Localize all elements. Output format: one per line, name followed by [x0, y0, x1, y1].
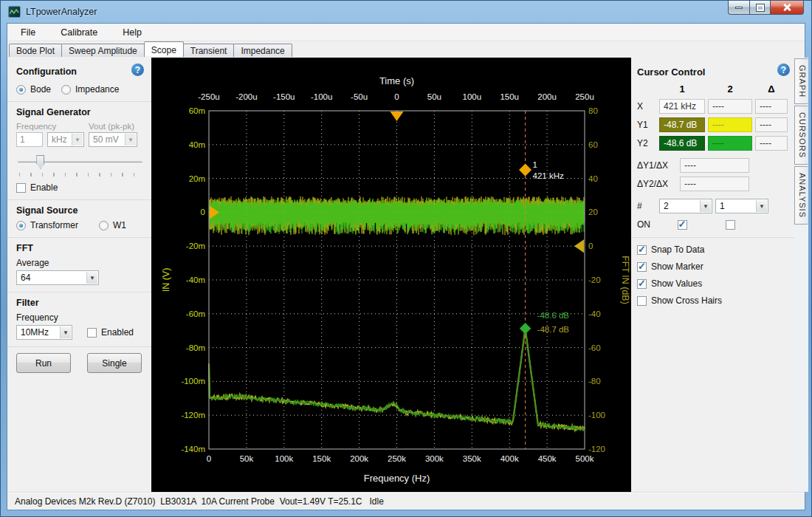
- scope-plot[interactable]: -250u-200u-150u-100u-50u050u100u150u200u…: [151, 58, 631, 496]
- cursor1-on-checkbox[interactable]: [678, 220, 687, 230]
- y1-row-label: Y1: [637, 120, 656, 130]
- right-axis-tick-label: -40: [588, 309, 601, 318]
- tab-bode-plot[interactable]: Bode Plot: [9, 44, 62, 57]
- cursor1-number-select[interactable]: 2 ▼: [659, 199, 712, 213]
- chevron-down-icon: ▼: [60, 326, 71, 338]
- run-button[interactable]: Run: [16, 353, 71, 373]
- time-zero-marker[interactable]: [390, 112, 404, 121]
- cursor1-y2-value: -48.6 dB: [659, 136, 705, 151]
- top-axis-tick-label: -200u: [235, 92, 257, 101]
- left-axis-tick-label: 40m: [189, 140, 205, 149]
- side-tab-strip: GRAPH CURSORS ANALYSIS: [794, 58, 808, 492]
- enable-checkbox[interactable]: [16, 183, 26, 193]
- right-axis-tick-label: -20: [588, 275, 601, 284]
- top-axis-tick-label: 250u: [575, 92, 594, 101]
- menu-help[interactable]: Help: [120, 26, 145, 39]
- tab-transient[interactable]: Transient: [183, 44, 235, 57]
- show-cross-hairs-checkbox[interactable]: [637, 296, 647, 306]
- frequency-input[interactable]: [16, 132, 43, 147]
- tab-impedance[interactable]: Impedance: [233, 44, 292, 57]
- help-icon[interactable]: ?: [131, 64, 144, 76]
- close-button[interactable]: [771, 1, 804, 15]
- filter-enabled-label: Enabled: [101, 327, 134, 338]
- right-axis-tick-label: 20: [588, 208, 598, 216]
- side-tab-graph[interactable]: GRAPH: [794, 58, 808, 104]
- left-axis-tick-label: -140m: [181, 445, 205, 453]
- frequency-unit-select[interactable]: kHz ▼: [47, 132, 84, 147]
- show-values-label: Show Values: [651, 278, 702, 289]
- menu-file[interactable]: File: [18, 26, 38, 39]
- peak-marker[interactable]: [520, 323, 531, 335]
- window-title: LTpowerAnalyzer: [26, 7, 97, 17]
- maximize-button[interactable]: [750, 1, 771, 15]
- bottom-axis-title: Frequency (Hz): [364, 473, 430, 484]
- cursor2-x-field[interactable]: ----: [708, 99, 752, 114]
- single-button[interactable]: Single: [87, 353, 142, 373]
- tab-strip: Bode Plot Sweep Amplitude Scope Transien…: [7, 41, 805, 57]
- tab-sweep-amplitude[interactable]: Sweep Amplitude: [61, 44, 145, 57]
- divider: [631, 237, 794, 238]
- divider: [7, 292, 151, 292]
- cursor1-x-field[interactable]: 421 kHz: [659, 99, 705, 114]
- transformer-radio[interactable]: [16, 221, 26, 230]
- snap-to-data-checkbox[interactable]: [637, 245, 647, 255]
- peak-value-label-olive: -48.7 dB: [537, 325, 570, 334]
- bode-radio[interactable]: [16, 85, 26, 95]
- top-axis-tick-label: 150u: [500, 92, 519, 101]
- bottom-axis-tick-label: 100k: [275, 454, 293, 463]
- chevron-down-icon: ▼: [86, 272, 97, 284]
- side-tab-analysis[interactable]: ANALYSIS: [794, 166, 808, 225]
- snap-to-data-label: Snap To Data: [651, 244, 705, 255]
- left-axis-tick-label: -60m: [186, 309, 205, 318]
- top-axis-tick-label: 200u: [537, 92, 557, 101]
- right-axis-tick-label: 0: [588, 242, 593, 250]
- impedance-radio[interactable]: [61, 85, 71, 95]
- status-text: Analog Devices M2k Rev.D (Z7010) LB3031A…: [15, 496, 384, 507]
- title-bar: LTpowerAnalyzer: [1, 1, 811, 23]
- frequency-slider: [18, 154, 142, 174]
- scope-plot-panel[interactable]: -250u-200u-150u-100u-50u050u100u150u200u…: [151, 58, 631, 492]
- app-window: LTpowerAnalyzer File Calibrate Help Bode…: [0, 0, 812, 517]
- bottom-axis-tick-label: 0: [207, 454, 211, 463]
- top-axis-tick-label: -250u: [198, 92, 219, 101]
- cursor-handle-marker[interactable]: [519, 164, 531, 177]
- filter-frequency-select[interactable]: 10MHz ▼: [16, 325, 72, 340]
- dy1-dx-value: ----: [680, 158, 749, 173]
- show-marker-checkbox[interactable]: [637, 262, 647, 272]
- right-axis-tick-label: -80: [588, 377, 601, 386]
- filter-frequency-value: 10MHz: [21, 327, 49, 338]
- bottom-axis-tick-label: 300k: [425, 454, 444, 463]
- w1-radio[interactable]: [99, 221, 109, 230]
- bottom-axis-tick-label: 500k: [576, 454, 594, 463]
- left-axis-tick-label: 0: [201, 208, 205, 216]
- slider-thumb[interactable]: [36, 155, 44, 169]
- help-icon[interactable]: ?: [777, 64, 790, 76]
- filter-enabled-checkbox[interactable]: [87, 328, 97, 338]
- frequency-unit-value: kHz: [52, 134, 67, 145]
- cursor2-on-checkbox[interactable]: [726, 220, 735, 230]
- chevron-down-icon: ▼: [700, 200, 711, 212]
- tab-scope[interactable]: Scope: [144, 41, 184, 57]
- right-axis-tick-label: 60: [588, 140, 598, 149]
- cursor1-number-value: 2: [664, 201, 669, 211]
- vout-select[interactable]: 50 mV ▼: [89, 132, 137, 147]
- show-values-checkbox[interactable]: [637, 279, 647, 289]
- side-tab-cursors[interactable]: CURSORS: [794, 106, 808, 165]
- vout-value: 50 mV: [93, 134, 119, 145]
- fft-average-value: 64: [21, 273, 30, 283]
- signal-generator-title: Signal Generator: [16, 107, 144, 117]
- minimize-button[interactable]: [728, 1, 750, 15]
- configuration-title: Configuration: [16, 66, 77, 77]
- cursor-col-2-header: 2: [708, 83, 752, 95]
- bottom-axis-tick-label: 400k: [500, 454, 519, 463]
- db-zero-marker[interactable]: [574, 239, 584, 253]
- cursor2-number-select[interactable]: 1 ▼: [715, 199, 768, 213]
- w1-radio-label: W1: [113, 220, 126, 230]
- bode-radio-label: Bode: [30, 84, 51, 95]
- fft-average-select[interactable]: 64 ▼: [16, 270, 99, 285]
- delta-y1-value: ----: [755, 117, 788, 132]
- on-row-label: ON: [637, 219, 656, 230]
- chevron-down-icon: ▼: [756, 200, 767, 212]
- menu-calibrate[interactable]: Calibrate: [58, 26, 100, 39]
- left-axis-tick-label: -120m: [181, 411, 205, 420]
